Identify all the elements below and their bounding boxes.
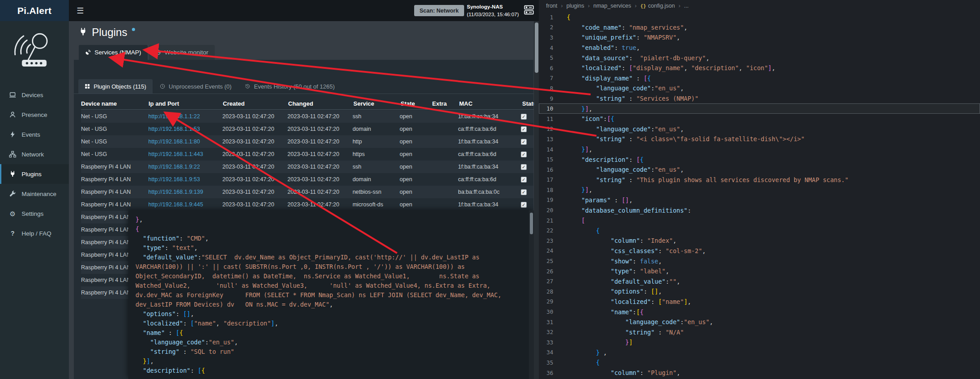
column-header-created[interactable]: Created xyxy=(223,100,288,107)
column-header-extra[interactable]: Extra xyxy=(432,100,459,107)
editor-code-area[interactable]: 1{2 "code_name": "nmap_services",3 "uniq… xyxy=(539,12,980,378)
overlay-scrollbar-thumb[interactable] xyxy=(530,213,533,234)
sidebar-item-label: Plugins xyxy=(22,171,41,178)
devices-icon xyxy=(9,91,17,98)
column-header-state[interactable]: State xyxy=(401,100,432,107)
cell-ip[interactable]: http://192.168.1.1:53 xyxy=(149,126,223,132)
overlay-code-editor[interactable]: },{ "function": "CMD", "type": "text", "… xyxy=(128,210,528,379)
line-number: 35 xyxy=(539,359,560,366)
code-line: 1{ xyxy=(539,12,980,22)
sidebar-item-presence[interactable]: Presence xyxy=(0,105,69,125)
code-line: 25 "show": false, xyxy=(539,256,980,266)
table-row[interactable]: Raspberry Pi 4 LANhttp://192.168.1.9:139… xyxy=(81,186,533,198)
overlay-code-line: "language_code":"en_us", xyxy=(135,338,527,347)
cell-status: ✓ xyxy=(521,189,533,195)
breadcrumb-item-front[interactable]: front xyxy=(546,3,557,9)
code-line: 4 "enabled": true, xyxy=(539,43,980,53)
table-row[interactable]: Raspberry Pi 4 LANhttp://192.168.1.9:532… xyxy=(81,173,533,186)
cell-device: Raspberry Pi 4 LAN xyxy=(81,189,149,195)
tab-website-monitor[interactable]: Website monitor xyxy=(149,45,215,60)
sidebar-item-settings[interactable]: ⚙Settings xyxy=(0,204,69,223)
app-scrollbar[interactable] xyxy=(534,21,539,379)
sidebar-item-network[interactable]: Network xyxy=(0,144,69,164)
table-row[interactable]: Net - USGhttp://192.168.1.1:4432023-03-1… xyxy=(81,148,533,161)
status-checkbox[interactable]: ✓ xyxy=(521,152,527,157)
cell-mac: 1f:ba:ff:ca:ba:34 xyxy=(458,164,521,170)
tab-label: Events History (50 out of 1265) xyxy=(254,83,334,90)
code-line: 36 "column": "Plugin", xyxy=(539,368,980,378)
table-row[interactable]: Net - USGhttp://192.168.1.1:222023-03-11… xyxy=(81,110,533,123)
cell-service: ssh xyxy=(352,164,400,170)
breadcrumb-item-[interactable]: ... xyxy=(684,3,688,9)
pending-icon xyxy=(160,84,165,89)
cell-service: https xyxy=(352,151,400,157)
breadcrumb-item-nmap-services[interactable]: nmap_services xyxy=(593,3,631,9)
table-row[interactable]: Raspberry Pi 4 LANhttp://192.168.1.9:222… xyxy=(81,161,533,173)
app-logo[interactable]: Pi.Alert xyxy=(0,0,69,21)
line-number: 32 xyxy=(539,329,560,335)
overlay-code-line: "function": "CMD", xyxy=(135,234,527,243)
column-header-ip-and-port[interactable]: Ip and Port xyxy=(149,100,223,107)
table-row[interactable]: Net - USGhttp://192.168.1.1:532023-03-11… xyxy=(81,123,533,135)
cell-device: Raspberry Pi 4 LAN xyxy=(81,164,149,170)
host-info: Synology-NAS (11/03/2023, 15:46:07) xyxy=(467,3,519,18)
cell-changed: 2023-03-11 02:47:20 xyxy=(288,138,353,145)
cell-ip[interactable]: http://192.168.1.1:443 xyxy=(149,151,223,157)
sidebar-item-help-faq[interactable]: ?Help / FAQ xyxy=(0,223,69,243)
status-checkbox[interactable]: ✓ xyxy=(521,126,527,132)
breadcrumb-item-config-json[interactable]: {}config.json xyxy=(640,3,675,9)
cell-state: open xyxy=(400,201,431,208)
sidebar-item-devices[interactable]: Devices xyxy=(0,85,69,105)
line-number: 21 xyxy=(539,217,560,224)
table-row[interactable]: Net - USGhttp://192.168.1.1:802023-03-11… xyxy=(81,135,533,148)
status-checkbox[interactable]: ✓ xyxy=(521,164,527,170)
status-checkbox[interactable]: ✓ xyxy=(521,177,527,183)
tab-services-nmap[interactable]: Services (NMAP) xyxy=(79,45,148,60)
code-line: 34 } , xyxy=(539,348,980,358)
app-scrollbar-thumb[interactable] xyxy=(535,22,538,73)
status-checkbox[interactable]: ✓ xyxy=(521,114,527,120)
sidebar-menu: DevicesPresenceEventsNetworkPluginsMaint… xyxy=(0,85,69,243)
subtab-events-history-50-out-of-1265[interactable]: Events History (50 out of 1265) xyxy=(239,79,341,94)
cell-ip[interactable]: http://192.168.1.9:445 xyxy=(149,201,223,208)
status-checkbox[interactable]: ✓ xyxy=(521,139,527,145)
sidebar-item-label: Network xyxy=(22,151,44,158)
cell-ip[interactable]: http://192.168.1.9:53 xyxy=(149,176,223,183)
cell-ip[interactable]: http://192.168.1.9:139 xyxy=(149,189,223,195)
sidebar-item-events[interactable]: Events xyxy=(0,125,69,144)
overlay-code-line: { xyxy=(135,224,527,234)
code-line: 23 "column": "Index", xyxy=(539,236,980,246)
overlay-scrollbar[interactable] xyxy=(529,210,534,379)
overlay-code-line: }], xyxy=(135,357,527,366)
cell-status: ✓ xyxy=(521,164,533,170)
cell-device: Raspberry Pi 4 LAN xyxy=(81,201,149,208)
plugin-subtabs: Plugin Objects (115)Unprocessed Events (… xyxy=(74,77,533,94)
column-header-device-name[interactable]: Device name xyxy=(81,100,149,107)
line-number: 14 xyxy=(539,146,560,153)
line-number: 9 xyxy=(539,95,560,102)
cell-ip[interactable]: http://192.168.1.9:22 xyxy=(149,164,223,170)
table-row[interactable]: Raspberry Pi 4 LANhttp://192.168.1.9:445… xyxy=(81,198,533,211)
cell-mac: ca:ff:ff:ca:ba:6d xyxy=(458,151,521,157)
status-checkbox[interactable]: ✓ xyxy=(521,202,527,208)
breadcrumb-item-plugins[interactable]: plugins xyxy=(566,3,584,9)
column-header-status[interactable]: Status xyxy=(522,100,535,107)
code-line: 15 "description": [{ xyxy=(539,154,980,165)
column-header-mac[interactable]: MAC xyxy=(459,100,522,107)
code-line: 10 }], xyxy=(539,103,980,114)
column-header-changed[interactable]: Changed xyxy=(288,100,353,107)
code-line: 12 "language_code":"en_us", xyxy=(539,124,980,134)
sidebar-item-maintenance[interactable]: Maintenance xyxy=(0,184,69,204)
cell-ip[interactable]: http://192.168.1.1:80 xyxy=(149,138,223,145)
subtab-plugin-objects-115[interactable]: Plugin Objects (115) xyxy=(78,79,153,94)
code-line: 17 "string" : "This plugin shows all ser… xyxy=(539,175,980,185)
status-checkbox[interactable]: ✓ xyxy=(521,189,527,195)
code-line: 9 "string" : "Services (NMAP)" xyxy=(539,94,980,104)
column-header-service[interactable]: Service xyxy=(353,100,401,107)
subtab-unprocessed-events-0[interactable]: Unprocessed Events (0) xyxy=(154,79,238,94)
tab-label: Services (NMAP) xyxy=(95,49,141,56)
cell-status: ✓ xyxy=(521,152,533,157)
sidebar-toggle-icon[interactable]: ☰ xyxy=(77,0,84,21)
cell-ip[interactable]: http://192.168.1.1:22 xyxy=(149,113,223,120)
sidebar-item-plugins[interactable]: Plugins xyxy=(0,164,69,184)
